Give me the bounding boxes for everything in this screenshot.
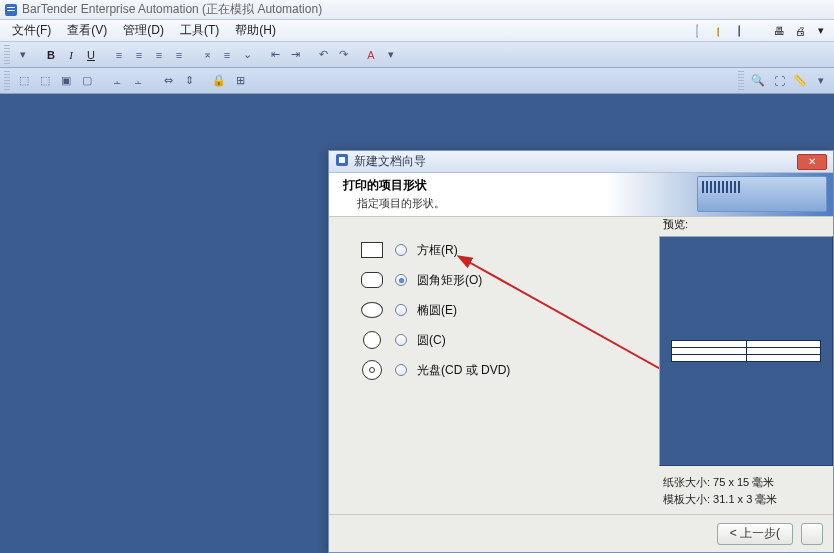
rounded-shape-icon: [359, 270, 385, 290]
fit-icon[interactable]: ⛶: [770, 72, 788, 90]
menu-tools[interactable]: 工具(T): [172, 19, 227, 42]
label-circle: 圆(C): [417, 332, 446, 349]
object-toolbar: ⬚ ⬚ ▣ ▢ ⫠ ⫠ ⇔ ⇕ 🔒 ⊞ 🔍 ⛶ 📏 ▾: [0, 68, 834, 94]
label-cd: 光盘(CD 或 DVD): [417, 362, 510, 379]
align-right-icon[interactable]: ≡: [150, 46, 168, 64]
send-back-icon[interactable]: ▢: [78, 72, 96, 90]
option-ellipse[interactable]: 椭圆(E): [359, 295, 559, 325]
ungroup-icon[interactable]: ⬚: [36, 72, 54, 90]
dialog-footer: < 上一步(: [329, 514, 833, 552]
format-toolbar: ▾ B I U ≡ ≡ ≡ ≡ ⌅ ≡ ⌄ ⇤ ⇥ ↶ ↷ A ▾: [0, 42, 834, 68]
menu-file[interactable]: 文件(F): [4, 19, 59, 42]
app-titlebar: BarTender Enterprise Automation (正在模拟 Au…: [0, 0, 834, 20]
dropdown-icon[interactable]: ▾: [812, 22, 830, 40]
valign-middle-icon[interactable]: ≡: [218, 46, 236, 64]
label-box: 方框(R): [417, 242, 458, 259]
save-icon[interactable]: [730, 22, 748, 40]
bring-front-icon[interactable]: ▣: [57, 72, 75, 90]
option-circle[interactable]: 圆(C): [359, 325, 559, 355]
zoom-icon[interactable]: 🔍: [749, 72, 767, 90]
option-rounded[interactable]: 圆角矩形(O): [359, 265, 559, 295]
radio-circle[interactable]: [395, 334, 407, 346]
menu-help[interactable]: 帮助(H): [227, 19, 284, 42]
menu-view[interactable]: 查看(V): [59, 19, 115, 42]
back-button[interactable]: < 上一步(: [717, 523, 793, 545]
valign-top-icon[interactable]: ⌅: [198, 46, 216, 64]
menu-manage[interactable]: 管理(D): [115, 19, 172, 42]
justify-icon[interactable]: ≡: [170, 46, 188, 64]
print-icon[interactable]: 🖶: [770, 22, 788, 40]
rotate-left-icon[interactable]: ↶: [314, 46, 332, 64]
dist-v-icon[interactable]: ⇕: [180, 72, 198, 90]
radio-ellipse[interactable]: [395, 304, 407, 316]
circle-shape-icon: [359, 330, 385, 350]
toolbar-grip-3[interactable]: [738, 71, 744, 91]
svg-rect-3: [697, 25, 698, 37]
dist-h-icon[interactable]: ⇔: [159, 72, 177, 90]
dialog-body: 方框(R) 圆角矩形(O) 椭圆(E) 圆(C) 光盘(CD 或 DVD: [329, 217, 833, 514]
label-rounded: 圆角矩形(O): [417, 272, 482, 289]
preview-label: 预览:: [659, 217, 833, 232]
underline-button[interactable]: U: [82, 46, 100, 64]
lock-icon[interactable]: 🔒: [210, 72, 228, 90]
menubar: 文件(F) 查看(V) 管理(D) 工具(T) 帮助(H) 🖶 🖨 ▾: [0, 20, 834, 42]
rotate-right-icon[interactable]: ↷: [334, 46, 352, 64]
printer2-icon[interactable]: 🖨: [791, 22, 809, 40]
radio-rounded[interactable]: [395, 274, 407, 286]
valign-bottom-icon[interactable]: ⌄: [238, 46, 256, 64]
dialog-icon: [335, 153, 349, 170]
ellipse-shape-icon: [359, 300, 385, 320]
grid-icon[interactable]: ⊞: [231, 72, 249, 90]
svg-rect-2: [7, 10, 15, 11]
toolbar-grip[interactable]: [4, 45, 10, 65]
cd-shape-icon: [359, 360, 385, 380]
font-dropdown-icon[interactable]: ▾: [14, 46, 32, 64]
open-icon[interactable]: [709, 22, 727, 40]
shape-options: 方框(R) 圆角矩形(O) 椭圆(E) 圆(C) 光盘(CD 或 DVD: [359, 235, 559, 508]
svg-rect-4: [739, 26, 740, 36]
svg-rect-7: [339, 157, 345, 163]
dialog-title: 新建文档向导: [354, 153, 426, 170]
align-v-icon[interactable]: ⫠: [129, 72, 147, 90]
indent-left-icon[interactable]: ⇤: [266, 46, 284, 64]
preview-panel: 预览: 纸张大小: 75 x 15 毫米 模板大小: 31.1 x 3 毫米: [653, 217, 833, 507]
align-h-icon[interactable]: ⫠: [108, 72, 126, 90]
dialog-titlebar[interactable]: 新建文档向导 ✕: [329, 151, 833, 173]
indent-right-icon[interactable]: ⇥: [286, 46, 304, 64]
option-box[interactable]: 方框(R): [359, 235, 559, 265]
app-title: BarTender Enterprise Automation (正在模拟 Au…: [22, 1, 322, 18]
preview-canvas: [659, 236, 833, 466]
new-doc-icon[interactable]: [688, 22, 706, 40]
fontcolor-icon[interactable]: A: [362, 46, 380, 64]
template-size-text: 模板大小: 31.1 x 3 毫米: [663, 491, 833, 508]
ruler-icon[interactable]: 📏: [791, 72, 809, 90]
new-document-wizard-dialog: 新建文档向导 ✕ 打印的项目形状 指定项目的形状。 方框(R) 圆角矩形(O) …: [328, 150, 834, 553]
more-icon[interactable]: ▾: [812, 72, 830, 90]
close-icon[interactable]: ✕: [797, 154, 827, 170]
preview-meta: 纸张大小: 75 x 15 毫米 模板大小: 31.1 x 3 毫米: [659, 474, 833, 507]
toolbar-grip-2[interactable]: [4, 71, 10, 91]
align-left-icon[interactable]: ≡: [110, 46, 128, 64]
fillcolor-icon[interactable]: ▾: [382, 46, 400, 64]
dialog-banner: 打印的项目形状 指定项目的形状。: [329, 173, 833, 217]
svg-rect-1: [7, 7, 15, 8]
italic-button[interactable]: I: [62, 46, 80, 64]
box-shape-icon: [359, 240, 385, 260]
app-icon: [4, 3, 18, 17]
radio-box[interactable]: [395, 244, 407, 256]
next-button-partial[interactable]: [801, 523, 823, 545]
radio-cd[interactable]: [395, 364, 407, 376]
bold-button[interactable]: B: [42, 46, 60, 64]
label-ellipse: 椭圆(E): [417, 302, 457, 319]
align-center-icon[interactable]: ≡: [130, 46, 148, 64]
paper-size-text: 纸张大小: 75 x 15 毫米: [663, 474, 833, 491]
group-icon[interactable]: ⬚: [15, 72, 33, 90]
option-cd[interactable]: 光盘(CD 或 DVD): [359, 355, 559, 385]
banner-art-icon: [697, 176, 827, 212]
preview-label-shape: [671, 340, 821, 362]
